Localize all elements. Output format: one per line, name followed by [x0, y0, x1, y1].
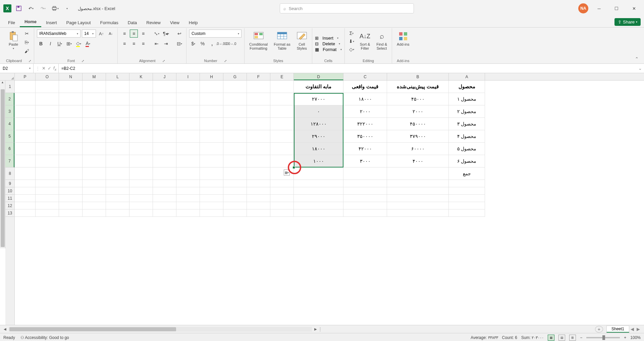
cell-M9[interactable] [83, 180, 106, 187]
align-bottom-button[interactable]: ≡ [139, 30, 147, 38]
cell-H6[interactable] [200, 143, 223, 155]
autofill-options-button[interactable]: ⊞▾ [284, 169, 290, 176]
cell-I9[interactable] [176, 180, 200, 187]
cell-M3[interactable] [83, 105, 106, 118]
cell-P13[interactable] [15, 209, 36, 217]
cell-N11[interactable] [59, 195, 83, 202]
cell-I8[interactable] [176, 167, 200, 180]
cell-J7[interactable] [153, 155, 176, 167]
cell-G12[interactable] [223, 202, 247, 209]
cell-F5[interactable] [247, 130, 270, 143]
cell-P1[interactable] [15, 81, 36, 93]
page-break-view-button[interactable]: ⊞ [569, 335, 576, 341]
redo-button[interactable]: ↷▾ [38, 4, 48, 13]
cell-F12[interactable] [247, 202, 270, 209]
cell-O6[interactable] [36, 143, 59, 155]
cell-M4[interactable] [83, 118, 106, 130]
tab-formulas[interactable]: Formulas [96, 18, 123, 27]
cell-P5[interactable] [15, 130, 36, 143]
cell-G2[interactable] [223, 93, 247, 105]
cell-B4[interactable]: ۴۵۰۰۰۰ [387, 118, 449, 130]
cell-J3[interactable] [153, 105, 176, 118]
cell-I12[interactable] [176, 202, 200, 209]
cell-N9[interactable] [59, 180, 83, 187]
cell-J1[interactable] [153, 81, 176, 93]
zoom-level[interactable]: 100% [630, 335, 641, 340]
cell-E11[interactable] [270, 195, 294, 202]
cell-G13[interactable] [223, 209, 247, 217]
cell-G8[interactable] [223, 167, 247, 180]
decrease-decimal-button[interactable]: .00→.0 [227, 40, 235, 48]
cell-H4[interactable] [200, 118, 223, 130]
cell-I2[interactable] [176, 93, 200, 105]
cell-C6[interactable]: ۴۲۰۰۰ [343, 143, 387, 155]
new-sheet-button[interactable]: + [595, 326, 603, 333]
cell-D11[interactable] [294, 195, 343, 202]
cell-A12[interactable] [449, 202, 485, 209]
user-avatar[interactable]: NA [578, 3, 588, 13]
cell-G5[interactable] [223, 130, 247, 143]
cell-B1[interactable]: قیمت پیش‌بینی‌شده [387, 81, 449, 93]
cell-K1[interactable] [129, 81, 153, 93]
cell-B10[interactable] [387, 187, 449, 195]
col-header-H[interactable]: H [200, 73, 223, 80]
cell-J10[interactable] [153, 187, 176, 195]
cell-D8[interactable] [294, 167, 343, 180]
cell-L11[interactable] [106, 195, 129, 202]
find-select-button[interactable]: ⌕ Find & Select [374, 30, 389, 52]
sort-filter-button[interactable]: A↓Z Sort & Filter [358, 30, 372, 52]
enter-formula-button[interactable]: ✓ [48, 66, 51, 71]
cell-E3[interactable] [270, 105, 294, 118]
col-header-N[interactable]: N [59, 73, 83, 80]
cell-G11[interactable] [223, 195, 247, 202]
cell-J12[interactable] [153, 202, 176, 209]
row-header-11[interactable]: 11 [5, 195, 14, 202]
cell-K12[interactable] [129, 202, 153, 209]
align-center-button[interactable]: ≡ [130, 40, 138, 48]
cell-B2[interactable]: ۴۵۰۰۰ [387, 93, 449, 105]
cell-J9[interactable] [153, 180, 176, 187]
cell-C13[interactable] [343, 209, 387, 217]
cell-G4[interactable] [223, 118, 247, 130]
font-color-button[interactable]: A▾ [84, 40, 92, 48]
cell-I5[interactable] [176, 130, 200, 143]
sheet-nav-prev[interactable]: ◀ [629, 327, 635, 332]
cell-C5[interactable]: ۳۵۰۰۰۰ [343, 130, 387, 143]
cell-G7[interactable] [223, 155, 247, 167]
cell-M6[interactable] [83, 143, 106, 155]
cell-A3[interactable]: محصول ۲ [449, 105, 485, 118]
cell-N3[interactable] [59, 105, 83, 118]
cell-O3[interactable] [36, 105, 59, 118]
cell-L2[interactable] [106, 93, 129, 105]
fx-button[interactable]: fx [53, 65, 56, 71]
italic-button[interactable]: I [46, 40, 54, 48]
cell-K8[interactable] [129, 167, 153, 180]
cell-B11[interactable] [387, 195, 449, 202]
align-top-button[interactable]: ≡ [120, 30, 128, 38]
cell-O8[interactable] [36, 167, 59, 180]
cell-B7[interactable]: ۴۰۰۰ [387, 155, 449, 167]
cell-G10[interactable] [223, 187, 247, 195]
cell-N8[interactable] [59, 167, 83, 180]
number-format-select[interactable]: Custom▾ [189, 30, 241, 38]
cell-M5[interactable] [83, 130, 106, 143]
cell-H13[interactable] [200, 209, 223, 217]
cell-K4[interactable] [129, 118, 153, 130]
sheet-tab-sheet1[interactable]: Sheet1 [606, 326, 629, 333]
row-header-6[interactable]: 6 [5, 143, 14, 155]
font-name-select[interactable]: IRANSansWeb▾ [37, 30, 80, 38]
collapse-ribbon-button[interactable]: ⌃ [633, 54, 641, 63]
orientation-button[interactable]: ⤡▾ [153, 30, 161, 38]
cell-H2[interactable] [200, 93, 223, 105]
cell-C3[interactable]: ۲۰۰۰ [343, 105, 387, 118]
cell-H8[interactable] [200, 167, 223, 180]
col-header-P[interactable]: P [15, 73, 36, 80]
cell-P10[interactable] [15, 187, 36, 195]
cell-N2[interactable] [59, 93, 83, 105]
cell-D3[interactable]: ۰ [294, 105, 343, 118]
cell-E8[interactable] [270, 167, 294, 180]
cancel-formula-button[interactable]: ✕ [42, 66, 46, 71]
cell-M7[interactable] [83, 155, 106, 167]
clear-button[interactable]: ◇▾ [347, 46, 356, 53]
cell-E13[interactable] [270, 209, 294, 217]
